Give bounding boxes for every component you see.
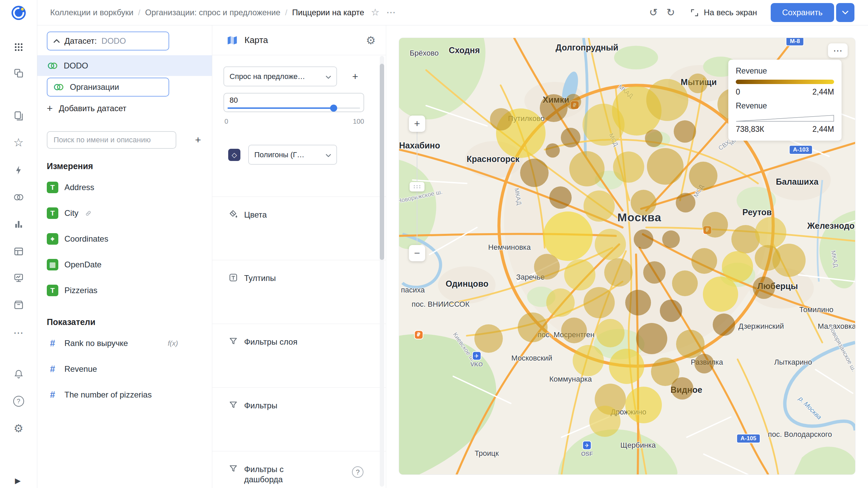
dataset-selector[interactable]: Датасет: DODO xyxy=(47,32,169,50)
map-bubble[interactable] xyxy=(671,377,693,400)
dimension-field-pizzerias[interactable]: TPizzerias xyxy=(37,278,212,303)
measure-field-revenue[interactable]: #Revenue xyxy=(37,356,212,382)
dashboards-icon[interactable] xyxy=(9,270,28,286)
dataset-item-organizations[interactable]: Организации xyxy=(47,78,169,97)
map-bubble[interactable] xyxy=(584,190,615,222)
save-dropdown-button[interactable] xyxy=(836,3,854,22)
config-section-1[interactable]: Цвета xyxy=(212,197,386,260)
breadcrumb-more-icon[interactable]: ⋯ xyxy=(386,8,396,17)
map-bubble[interactable] xyxy=(566,94,581,109)
map-bubble[interactable] xyxy=(589,406,620,437)
map-bubble[interactable] xyxy=(646,79,688,121)
map-bubble[interactable] xyxy=(549,186,572,209)
zoom-in-button[interactable]: + xyxy=(409,116,425,132)
config-section-2[interactable]: Тултипы xyxy=(212,260,386,324)
map-more-button[interactable]: ⋯ xyxy=(828,43,848,58)
config-scrollbar-thumb[interactable] xyxy=(380,64,384,260)
dimension-field-opendate[interactable]: ▦OpenDate xyxy=(37,252,212,278)
config-section-3[interactable]: Фильтры слоя xyxy=(212,324,386,387)
opacity-slider-track[interactable] xyxy=(228,107,360,109)
map-bubble[interactable] xyxy=(643,261,666,284)
measure-field-rank-по-выручке[interactable]: #Rank по выручкеf(x) xyxy=(37,330,212,356)
map-bubble[interactable] xyxy=(490,108,512,130)
map-bubble[interactable] xyxy=(634,229,653,249)
dimension-field-city[interactable]: TCity xyxy=(37,200,212,226)
map-bubble[interactable] xyxy=(546,288,575,317)
apps-grid-icon[interactable] xyxy=(9,39,28,55)
config-section-4[interactable]: Фильтры xyxy=(212,387,386,451)
map-bubble[interactable] xyxy=(662,230,680,248)
map-bubble[interactable] xyxy=(694,354,714,373)
storage-icon[interactable] xyxy=(9,297,28,313)
map-bubble[interactable] xyxy=(543,211,593,261)
map-bubble[interactable] xyxy=(689,162,717,190)
add-dataset-button[interactable]: + Добавить датасет xyxy=(47,101,126,116)
map-bubble[interactable] xyxy=(564,259,595,290)
dimension-field-address[interactable]: TAddress xyxy=(37,175,212,200)
map-bubble[interactable] xyxy=(596,319,625,347)
add-field-button[interactable]: + xyxy=(189,131,207,149)
map-canvas[interactable]: СходняДолгопрудныйБрёховоМытищиХимкиПути… xyxy=(399,38,855,475)
breadcrumb-item[interactable]: Коллекции и воркбуки xyxy=(50,8,133,17)
favorite-star-icon[interactable]: ☆ xyxy=(371,8,379,17)
quick-actions-icon[interactable] xyxy=(9,162,28,178)
save-button[interactable]: Сохранить xyxy=(771,3,834,22)
add-layer-button[interactable]: + xyxy=(345,66,365,86)
zoom-slider-handle[interactable] xyxy=(410,182,425,191)
map-bubble[interactable] xyxy=(561,318,587,343)
config-section-5[interactable]: Фильтры с дашборда? xyxy=(212,451,386,488)
redo-button[interactable]: ↻ xyxy=(667,7,675,18)
breadcrumb-item[interactable]: Пиццерии на карте xyxy=(292,8,364,17)
charts-icon[interactable] xyxy=(9,216,28,232)
dimension-field-coordinates[interactable]: ⌖Coordinates xyxy=(37,226,212,252)
map-bubble[interactable] xyxy=(631,190,656,216)
chart-settings-gear-icon[interactable]: ⚙ xyxy=(366,35,376,46)
map-bubble[interactable] xyxy=(520,159,549,187)
map-bubble[interactable] xyxy=(584,287,615,318)
map-bubble[interactable] xyxy=(674,120,696,143)
undo-button[interactable]: ↺ xyxy=(649,7,657,18)
settings-gear-icon[interactable]: ⚙ xyxy=(9,420,28,436)
opacity-slider-knob[interactable] xyxy=(330,105,337,112)
section-help-icon[interactable]: ? xyxy=(352,466,363,478)
zoom-out-button[interactable]: − xyxy=(409,245,425,261)
map-bubble[interactable] xyxy=(573,345,604,376)
datalens-logo[interactable] xyxy=(9,5,28,21)
map-bubble[interactable] xyxy=(595,229,626,260)
map-bubble[interactable] xyxy=(753,277,775,299)
datasets-icon[interactable] xyxy=(9,189,28,205)
geotype-select[interactable]: Полигоны (Г… xyxy=(248,145,337,165)
dataset-item-dodo[interactable]: DODO xyxy=(37,55,212,76)
map-bubble[interactable] xyxy=(676,193,695,212)
map-bubble[interactable] xyxy=(645,129,663,147)
map-bubble[interactable] xyxy=(625,290,651,316)
map-bubble[interactable] xyxy=(604,258,633,287)
map-bubble[interactable] xyxy=(613,151,644,183)
map-bubble[interactable] xyxy=(569,151,605,186)
breadcrumb-item[interactable]: Организации: спрос и предложение xyxy=(145,8,280,17)
map-bubble[interactable] xyxy=(534,254,560,280)
map-bubble[interactable] xyxy=(540,94,568,122)
map-bubble[interactable] xyxy=(672,270,698,296)
map-bubble[interactable] xyxy=(546,143,560,158)
map-bubble[interactable] xyxy=(474,324,503,353)
layer-select[interactable]: Спрос на предложе… xyxy=(223,66,337,86)
map-bubble[interactable] xyxy=(691,248,717,274)
map-bubble[interactable] xyxy=(755,217,786,248)
search-input[interactable] xyxy=(47,131,176,149)
favorites-star-icon[interactable]: ☆ xyxy=(9,134,28,150)
rail-more-icon[interactable]: ⋯ xyxy=(9,325,28,341)
map-bubble[interactable] xyxy=(625,387,662,423)
map-bubble[interactable] xyxy=(713,313,735,336)
map-bubble[interactable] xyxy=(660,300,682,322)
notifications-bell-icon[interactable] xyxy=(9,366,28,382)
tables-icon[interactable] xyxy=(9,243,28,260)
map-bubble[interactable] xyxy=(518,312,548,342)
fullscreen-button[interactable]: На весь экран xyxy=(690,8,757,17)
help-icon[interactable]: ? xyxy=(9,393,28,409)
map-bubble[interactable] xyxy=(676,330,705,358)
map-bubble[interactable] xyxy=(772,244,806,277)
workbooks-icon[interactable] xyxy=(9,108,28,124)
map-bubble[interactable] xyxy=(609,349,644,384)
map-bubble[interactable] xyxy=(561,128,580,147)
